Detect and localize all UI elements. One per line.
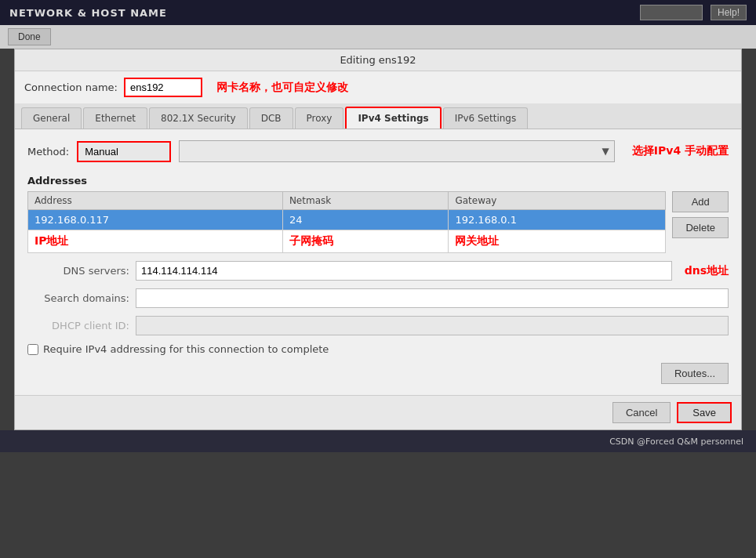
save-button[interactable]: Save [677, 402, 732, 423]
method-input[interactable] [77, 141, 171, 162]
require-ipv4-checkbox[interactable] [27, 344, 38, 355]
method-dropdown[interactable]: ▼ [179, 140, 615, 162]
tab-dcb[interactable]: DCB [249, 107, 293, 129]
connection-name-label: Connection name: [24, 82, 118, 93]
tab-ethernet[interactable]: Ethernet [83, 107, 147, 129]
method-row: Method: ▼ 选择IPv4 手动配置 [27, 140, 729, 162]
ann-netmask: 子网掩码 [282, 230, 449, 253]
tab-proxy[interactable]: Proxy [295, 107, 344, 129]
checkbox-row: Require IPv4 addressing for this connect… [27, 343, 729, 355]
address-buttons: Add Delete [672, 191, 729, 253]
table-row[interactable]: 192.168.0.117 24 192.168.0.1 [28, 210, 666, 230]
col-address: Address [28, 192, 283, 210]
dhcp-input[interactable] [136, 316, 729, 335]
col-netmask: Netmask [282, 192, 449, 210]
search-domains-label: Search domains: [27, 292, 129, 304]
search-input[interactable] [640, 5, 703, 20]
row-annotations-row: IP地址 子网掩码 网关地址 [28, 230, 666, 253]
tab-general[interactable]: General [21, 107, 82, 129]
top-bar: NETWORK & HOST NAME Help! [0, 0, 756, 25]
dialog-title: Editing ens192 [15, 49, 741, 71]
addresses-title: Addresses [27, 175, 729, 187]
cell-address: 192.168.0.117 [28, 210, 283, 230]
connection-name-input[interactable] [124, 78, 202, 97]
dns-input[interactable] [136, 261, 672, 281]
done-bar: Done [0, 25, 756, 49]
search-domains-row: Search domains: [27, 288, 729, 308]
ipv4-content: Method: ▼ 选择IPv4 手动配置 Addresses Address … [15, 129, 741, 395]
app-title: NETWORK & HOST NAME [9, 7, 167, 19]
done-button[interactable]: Done [8, 28, 51, 45]
dialog-wrapper: 手动设置IP地址 Editing ens192 Connection name:… [6, 49, 750, 430]
tab-ipv4[interactable]: IPv4 Settings [345, 107, 441, 129]
delete-button[interactable]: Delete [672, 217, 729, 238]
addresses-table: Address Netmask Gateway 192.168.0.117 24… [27, 191, 666, 253]
annotation-conn-name: 网卡名称，也可自定义修改 [216, 81, 348, 95]
cell-gateway: 192.168.0.1 [449, 210, 666, 230]
footer-bar: CSDN @Forced Q&M personnel [0, 430, 756, 452]
dropdown-arrow-icon: ▼ [602, 146, 609, 157]
tab-8021x[interactable]: 802.1X Security [149, 107, 248, 129]
top-bar-right: Help! [640, 5, 747, 20]
ann-ip: IP地址 [28, 230, 283, 253]
annotation-dns: dns地址 [685, 264, 729, 278]
col-gateway: Gateway [449, 192, 666, 210]
tab-ipv6[interactable]: IPv6 Settings [443, 107, 529, 129]
add-button[interactable]: Add [672, 191, 729, 212]
addresses-section: Address Netmask Gateway 192.168.0.117 24… [27, 191, 729, 253]
ann-gateway: 网关地址 [449, 230, 666, 253]
method-label: Method: [27, 146, 69, 158]
dialog-bottom-bar: Cancel Save [15, 395, 741, 429]
cancel-button[interactable]: Cancel [612, 402, 671, 423]
annotation-method: 选择IPv4 手动配置 [632, 144, 729, 158]
editing-dialog: Editing ens192 Connection name: 网卡名称，也可自… [14, 49, 742, 430]
cell-netmask: 24 [282, 210, 449, 230]
watermark-text: CSDN @Forced Q&M personnel [609, 437, 743, 447]
dhcp-row: DHCP client ID: [27, 316, 729, 335]
search-domains-input[interactable] [136, 288, 729, 308]
checkbox-label: Require IPv4 addressing for this connect… [43, 343, 329, 355]
tabs-bar: General Ethernet 802.1X Security DCB Pro… [15, 103, 741, 129]
help-button[interactable]: Help! [711, 5, 747, 20]
dhcp-label: DHCP client ID: [27, 320, 129, 332]
dns-row: DNS servers: dns地址 [27, 261, 729, 281]
dns-label: DNS servers: [27, 265, 129, 277]
connection-name-row: Connection name: 网卡名称，也可自定义修改 [15, 71, 741, 103]
routes-button[interactable]: Routes... [661, 363, 729, 384]
